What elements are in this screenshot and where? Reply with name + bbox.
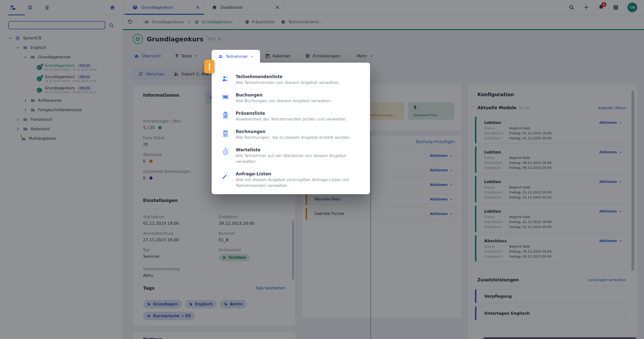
teilnehmer-dropdown-menu: Teilnehmendenliste Alle Teilnehmenden vo…	[212, 63, 370, 194]
tooltip-edge	[483, 337, 636, 339]
app-window: SprachCB Englisch Grundlagenkurse	[0, 0, 644, 339]
chevron-down-icon	[250, 55, 253, 58]
clipboard-check-icon	[221, 111, 230, 120]
text-cursor-marker	[204, 60, 214, 73]
menu-item-title: Anfrage-Listen	[236, 171, 360, 177]
menu-item-description: Alle Buchungen von diesem Angebot verwal…	[236, 98, 332, 104]
menu-item-description: Anwesenheit der Teilnehmenden prüfen und…	[236, 116, 347, 122]
menu-item-praesenzliste[interactable]: Präsenzliste Anwesenheit der Teilnehmend…	[221, 110, 360, 122]
menu-item-title: Teilnehmendenliste	[236, 74, 340, 79]
menu-item-title: Präsenzliste	[236, 110, 347, 116]
menu-item-title: Buchungen	[236, 92, 332, 98]
magic-wand-icon	[221, 172, 230, 180]
menu-item-description: Alle Teilnehmer auf der Warteliste von d…	[236, 153, 360, 164]
divider-line	[370, 131, 371, 339]
tab-teilnehmer-active[interactable]: Teilnehmer	[212, 50, 260, 63]
menu-item-warteliste[interactable]: Warteliste Alle Teilnehmer auf der Warte…	[221, 147, 360, 164]
ibeam-icon	[209, 63, 210, 70]
menu-item-title: Warteliste	[236, 147, 360, 153]
menu-item-description: Alle Rechnungen, die zu diesem Angebot e…	[236, 135, 351, 140]
menu-item-anfrage-listen[interactable]: Anfrage-Listen Alle mit diesem Angebot v…	[221, 171, 360, 188]
ticket-icon	[221, 93, 230, 101]
menu-item-teilnehmendenliste[interactable]: Teilnehmendenliste Alle Teilnehmenden vo…	[221, 74, 360, 85]
menu-item-buchungen[interactable]: Buchungen Alle Buchungen von diesem Ange…	[221, 92, 360, 104]
participants-icon	[218, 54, 223, 59]
menu-item-title: Rechnungen	[236, 129, 351, 134]
stopwatch-icon	[221, 148, 230, 156]
invoice-icon	[221, 129, 230, 138]
menu-item-rechnungen[interactable]: Rechnungen Alle Rechnungen, die zu diese…	[221, 129, 360, 140]
participants-icon	[221, 74, 230, 83]
tab-label: Teilnehmer	[226, 54, 248, 59]
menu-item-description: Alle Teilnehmenden von diesem Angebot ve…	[236, 80, 340, 85]
menu-item-description: Alle mit diesem Angebot verknüpften Anfr…	[236, 177, 360, 188]
